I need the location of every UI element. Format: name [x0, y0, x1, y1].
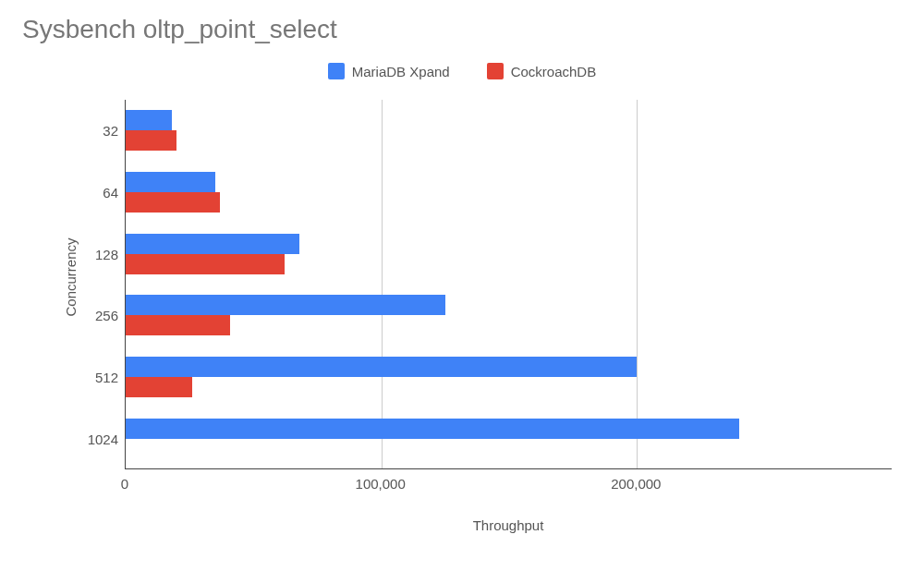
y-tick-label: 256 — [95, 308, 118, 323]
bar-group — [126, 162, 892, 224]
bar-mariadb — [126, 110, 172, 130]
y-tick-label: 32 — [103, 123, 118, 139]
y-tick-label: 512 — [95, 370, 118, 385]
legend-item-cockroach: CockroachDB — [487, 63, 597, 79]
x-tick-label: 0 — [121, 476, 128, 492]
bar-mariadb — [126, 419, 739, 439]
legend-label-cockroach: CockroachDB — [511, 64, 597, 79]
bar-mariadb — [126, 172, 215, 192]
y-tick-label: 64 — [103, 185, 118, 200]
y-tick-label: 128 — [95, 246, 118, 261]
bar-cockroach — [126, 192, 220, 213]
legend-item-mariadb: MariaDB Xpand — [328, 63, 450, 79]
legend-swatch-mariadb — [328, 63, 345, 79]
chart-title: Sysbench oltp_point_select — [22, 15, 337, 44]
bar-cockroach — [126, 377, 192, 397]
bar-cockroach — [126, 315, 230, 335]
plot-area — [125, 100, 892, 469]
y-tick-label: 1024 — [88, 431, 118, 446]
bar-group — [126, 100, 892, 162]
bar-group — [126, 407, 892, 469]
bar-mariadb — [126, 295, 445, 315]
x-tick-label: 100,000 — [356, 476, 406, 492]
bar-group — [126, 223, 892, 285]
x-axis-label: Throughput — [125, 517, 892, 533]
x-tick-label: 200,000 — [611, 476, 661, 492]
y-axis-label: Concurrency — [63, 237, 79, 316]
bar-mariadb — [126, 234, 299, 254]
legend: MariaDB Xpand CockroachDB — [0, 63, 924, 79]
bar-cockroach — [126, 130, 176, 151]
legend-swatch-cockroach — [487, 63, 504, 79]
bar-group — [126, 346, 892, 408]
legend-label-mariadb: MariaDB Xpand — [352, 64, 450, 79]
bar-mariadb — [126, 357, 637, 377]
bar-group — [126, 285, 892, 346]
bar-cockroach — [126, 254, 285, 274]
